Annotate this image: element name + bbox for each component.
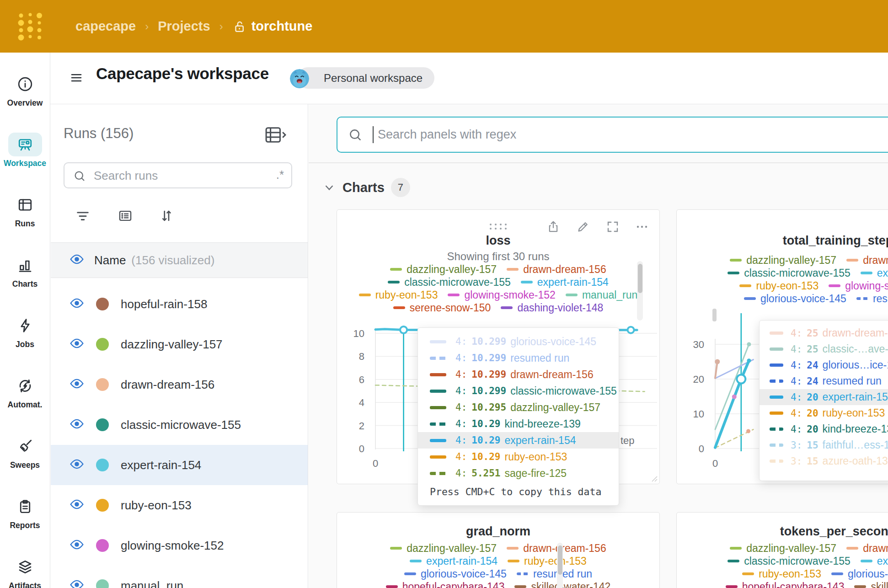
eye-icon[interactable] (70, 577, 84, 588)
legend-item[interactable]: expert-rain-154 (861, 267, 888, 279)
sidebar-item-overview[interactable]: Overview (0, 60, 50, 120)
eye-icon[interactable] (70, 537, 84, 554)
eye-icon[interactable] (70, 296, 84, 312)
runs-search-box: .* (64, 162, 292, 188)
scrollbar-thumb[interactable] (558, 545, 562, 575)
legend-item[interactable]: classic-microwave-155 (728, 555, 851, 567)
run-row[interactable]: hopeful-rain-158 (51, 284, 308, 324)
legend-item[interactable]: serene-snow-150 (393, 301, 491, 314)
legend-item[interactable]: drawn-dream-156 (846, 254, 888, 267)
breadcrumb-entity[interactable]: capecape (75, 19, 136, 34)
legend-item[interactable]: expert-rain-154 (521, 276, 609, 289)
legend-swatch (507, 547, 519, 550)
resize-handle-icon[interactable] (650, 475, 658, 482)
sidebar-item-artifacts[interactable]: Artifacts (0, 543, 50, 588)
sidebar-item-workspace[interactable]: Workspace (0, 120, 50, 181)
run-row[interactable]: expert-rain-154 (51, 445, 308, 485)
legend-row: classic-microwave-155expert-rain-154 (677, 554, 888, 567)
run-name[interactable]: classic-microwave-155 (121, 418, 241, 432)
run-name[interactable]: expert-rain-154 (121, 458, 201, 472)
chart-panel-tokens-per-second[interactable]: tokens_per_second dazzling-valley-157dra… (676, 512, 888, 588)
run-name[interactable]: dazzling-valley-157 (121, 337, 223, 352)
run-row[interactable]: drawn-dream-156 (51, 364, 308, 405)
legend-item[interactable]: hopeful-capybara-143 (386, 580, 505, 588)
legend-item[interactable]: dazzling-valley-157 (730, 542, 836, 555)
legend-item[interactable]: ruby-eon-153 (508, 555, 587, 567)
section-label[interactable]: Charts (342, 180, 385, 195)
eye-icon[interactable] (70, 497, 84, 513)
sidebar-item-sweeps[interactable]: Sweeps (0, 422, 50, 482)
fullscreen-icon[interactable] (606, 220, 620, 234)
runs-table-expand-icon[interactable] (264, 126, 288, 144)
sidebar-item-reports[interactable]: Reports (0, 482, 50, 543)
legend-item[interactable]: ruby-eon-153 (739, 279, 818, 292)
runs-list-header[interactable]: Name (156 visualized) (51, 242, 308, 278)
legend-scrollbar[interactable] (637, 261, 643, 321)
breadcrumb-projects[interactable]: Projects (158, 19, 210, 34)
legend-scrollbar[interactable] (557, 543, 563, 588)
legend-item[interactable]: expert-rain-154 (861, 555, 888, 567)
legend-item[interactable]: dashing-violet-148 (501, 301, 603, 314)
legend-item[interactable]: skilled-water-142 (854, 580, 888, 588)
wandb-logo-icon[interactable] (17, 11, 45, 41)
run-row[interactable]: dazzling-valley-157 (51, 324, 308, 364)
eye-icon[interactable] (70, 376, 84, 393)
run-row[interactable]: glowing-smoke-152 (51, 525, 308, 566)
drag-handle-icon[interactable] (488, 223, 509, 231)
list-settings-icon[interactable] (113, 204, 137, 228)
filter-icon[interactable] (71, 204, 95, 228)
legend-item[interactable]: resumed run (856, 292, 888, 305)
eye-icon[interactable] (70, 336, 84, 353)
runs-search-input[interactable] (93, 165, 259, 187)
legend-item[interactable]: dazzling-valley-157 (730, 254, 836, 267)
eye-icon[interactable] (70, 252, 84, 268)
sidebar-item-charts[interactable]: Charts (0, 241, 50, 301)
legend-item[interactable]: glorious-voice-145 (744, 292, 846, 305)
sidebar-item-automat[interactable]: Automat. (0, 362, 50, 422)
legend-item[interactable]: glorious-voice-145 (404, 567, 507, 580)
sidebar-item-jobs[interactable]: Jobs (0, 301, 50, 362)
legend-item[interactable]: resumed run (517, 567, 592, 580)
breadcrumb-project[interactable]: torchtune (232, 19, 313, 34)
eye-icon[interactable] (70, 417, 84, 433)
legend-item[interactable]: expert-rain-154 (410, 555, 497, 567)
panel-search-input[interactable] (377, 120, 888, 149)
legend-item[interactable]: hopeful-capybara-143 (726, 580, 845, 588)
run-name[interactable]: glowing-smoke-152 (121, 539, 224, 553)
legend-item[interactable]: glowing-smoke-152 (448, 289, 555, 301)
run-row[interactable]: ruby-eon-153 (51, 485, 308, 525)
legend-item[interactable]: drawn-dream-156 (507, 542, 606, 555)
legend-item[interactable]: drawn-dream-156 (846, 542, 888, 555)
legend-item[interactable]: dazzling-valley-157 (390, 263, 497, 276)
hamburger-icon[interactable] (70, 71, 83, 85)
legend-item[interactable]: drawn-dream-156 (507, 263, 606, 276)
legend-item[interactable]: glowing-smoke-152 (829, 279, 888, 292)
run-name[interactable]: ruby-eon-153 (121, 498, 192, 513)
scrollbar-thumb[interactable] (712, 309, 717, 321)
sidebar-item-runs[interactable]: Runs (0, 181, 50, 241)
legend-item[interactable]: manual_run (566, 289, 637, 301)
regex-toggle[interactable]: .* (276, 168, 284, 182)
eye-icon[interactable] (70, 457, 84, 473)
run-row[interactable]: classic-microwave-155 (51, 405, 308, 445)
run-name[interactable]: manual_run (121, 579, 183, 588)
visualized-count: (156 visualized) (131, 253, 214, 267)
chart-panel-grad-norm[interactable]: grad_norm dazzling-valley-157drawn-dream… (337, 512, 660, 588)
sort-icon[interactable] (155, 204, 178, 228)
chevron-down-icon[interactable] (322, 181, 336, 194)
run-name[interactable]: drawn-dream-156 (121, 378, 214, 392)
tooltip-run-name: kind-breeze-139 (505, 418, 581, 430)
run-row[interactable]: manual_run (51, 566, 308, 588)
legend-item[interactable]: dazzling-valley-157 (390, 542, 497, 555)
avatar[interactable] (290, 69, 309, 88)
legend-item[interactable]: classic-microwave-155 (388, 276, 511, 289)
legend-item[interactable]: glorious-voice-145 (831, 567, 888, 580)
ellipsis-icon[interactable] (634, 220, 650, 234)
scrollbar-thumb[interactable] (638, 264, 642, 293)
legend-item[interactable]: ruby-eon-153 (742, 567, 821, 580)
legend-item[interactable]: classic-microwave-155 (728, 267, 851, 279)
legend-item[interactable]: ruby-eon-153 (359, 289, 438, 301)
run-name[interactable]: hopeful-rain-158 (121, 297, 207, 311)
edit-pencil-icon[interactable] (576, 220, 590, 234)
export-icon[interactable] (546, 220, 560, 234)
